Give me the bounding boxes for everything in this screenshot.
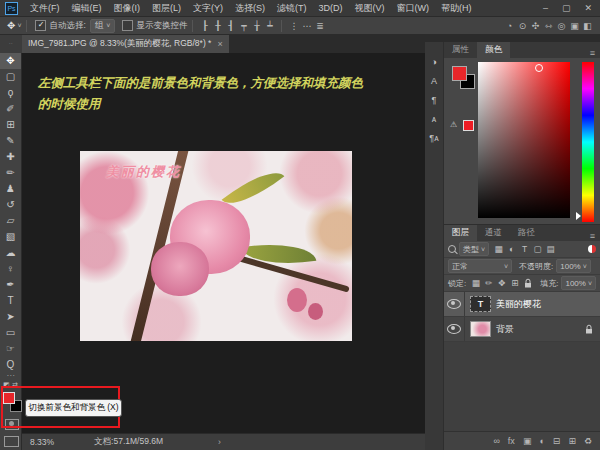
tab-color[interactable]: 颜色 bbox=[477, 42, 510, 58]
lock-all-icon[interactable] bbox=[524, 278, 532, 288]
link-layers-icon[interactable]: ∞ bbox=[493, 436, 499, 446]
distribute-evenly-icon[interactable]: ≣ bbox=[313, 21, 326, 31]
new-adjustment-layer-icon[interactable]: ◐ bbox=[539, 436, 544, 446]
blur-tool[interactable]: ☁ bbox=[0, 245, 21, 261]
paragraph-styles-panel-icon[interactable]: ¶ᴀ bbox=[425, 133, 443, 143]
menu-window[interactable]: 窗口(W) bbox=[391, 2, 436, 15]
auto-select-dropdown[interactable]: 组 ˅ bbox=[90, 19, 116, 33]
3d-orbit-icon[interactable]: ◔ bbox=[503, 21, 516, 31]
text-layer-thumbnail[interactable]: T bbox=[470, 296, 491, 312]
distribute-vertical-icon[interactable]: ⋮ bbox=[287, 21, 300, 31]
clone-stamp-tool[interactable]: ♟ bbox=[0, 181, 21, 197]
opacity-dropdown[interactable]: 100% ˅ bbox=[556, 259, 591, 273]
menu-help[interactable]: 帮助(H) bbox=[435, 2, 478, 15]
layer-row-text[interactable]: T 美丽的樱花 bbox=[444, 292, 600, 317]
align-vertical-centers-icon[interactable]: ╁ bbox=[250, 21, 263, 31]
panel-menu-icon[interactable]: ≡ bbox=[590, 48, 600, 58]
close-tab-icon[interactable]: × bbox=[217, 39, 222, 49]
lock-artboard-icon[interactable]: ⊞ bbox=[508, 278, 521, 288]
align-bottom-edges-icon[interactable]: ┷ bbox=[263, 21, 276, 31]
gamut-warning-icon[interactable]: ⚠ bbox=[450, 120, 457, 129]
minimize-button[interactable]: – bbox=[543, 3, 548, 13]
paragraph-panel-icon[interactable]: ¶ bbox=[425, 95, 443, 105]
delete-layer-icon[interactable]: ♻ bbox=[584, 436, 592, 446]
align-left-edges-icon[interactable]: ┠ bbox=[198, 21, 211, 31]
color-field[interactable] bbox=[478, 62, 570, 218]
pen-tool[interactable]: ✒ bbox=[0, 277, 21, 293]
status-arrow-icon[interactable]: › bbox=[218, 437, 221, 447]
close-button[interactable]: ✕ bbox=[584, 3, 592, 13]
image-layer-thumbnail[interactable] bbox=[470, 321, 491, 337]
3d-roll-icon[interactable]: ⊙ bbox=[516, 21, 529, 31]
tab-properties[interactable]: 属性 bbox=[444, 42, 477, 58]
adjustments-panel-icon[interactable]: ◑ bbox=[425, 57, 443, 67]
panel-menu-icon[interactable]: ≡ bbox=[590, 231, 600, 241]
align-right-edges-icon[interactable]: ┨ bbox=[224, 21, 237, 31]
menu-edit[interactable]: 编辑(E) bbox=[66, 2, 108, 15]
document-tab[interactable]: IMG_7981.JPG @ 8.33%(美丽的樱花, RGB/8*) * × bbox=[22, 35, 229, 53]
menu-select[interactable]: 选择(S) bbox=[229, 2, 271, 15]
align-horizontal-centers-icon[interactable]: ╂ bbox=[211, 21, 224, 31]
hand-tool[interactable]: ☞ bbox=[0, 341, 21, 357]
character-panel-icon[interactable]: A bbox=[425, 76, 443, 86]
show-transform-checkbox[interactable] bbox=[122, 20, 133, 31]
tab-layers[interactable]: 图层 bbox=[444, 225, 477, 241]
chevron-down-icon[interactable]: ˅ bbox=[17, 22, 21, 29]
workspace-icon[interactable]: ◧ bbox=[581, 21, 594, 31]
gradient-tool[interactable]: ▧ bbox=[0, 229, 21, 245]
pixel-layer-filter-icon[interactable]: ▦ bbox=[492, 244, 505, 254]
gamut-color-chip[interactable] bbox=[463, 120, 474, 131]
adjustment-layer-filter-icon[interactable]: ◐ bbox=[505, 244, 518, 254]
menu-type[interactable]: 文字(Y) bbox=[187, 2, 229, 15]
smart-object-filter-icon[interactable]: ▤ bbox=[544, 244, 557, 254]
menu-layer[interactable]: 图层(L) bbox=[146, 2, 187, 15]
dodge-tool[interactable]: ♀ bbox=[0, 261, 21, 277]
filter-toggle-icon[interactable] bbox=[588, 245, 596, 253]
rectangle-tool[interactable]: ▭ bbox=[0, 325, 21, 341]
lock-pixels-icon[interactable]: ✏ bbox=[482, 278, 495, 288]
shape-layer-filter-icon[interactable]: ▢ bbox=[531, 244, 544, 254]
new-group-icon[interactable]: ⊟ bbox=[553, 436, 561, 446]
zoom-options-icon[interactable]: ◎ bbox=[555, 21, 568, 31]
menu-filter[interactable]: 滤镜(T) bbox=[271, 2, 313, 15]
layer-effects-icon[interactable]: fx bbox=[508, 436, 515, 446]
visibility-cell[interactable] bbox=[444, 317, 465, 341]
tab-paths[interactable]: 路径 bbox=[510, 225, 543, 241]
align-top-edges-icon[interactable]: ┯ bbox=[237, 21, 250, 31]
history-brush-tool[interactable]: ↺ bbox=[0, 197, 21, 213]
new-layer-icon[interactable]: ⊞ bbox=[568, 436, 576, 446]
hue-slider[interactable] bbox=[582, 62, 594, 222]
screen-layout-icon[interactable]: ▣ bbox=[568, 21, 581, 31]
menu-image[interactable]: 图像(I) bbox=[108, 2, 147, 15]
eraser-tool[interactable]: ▱ bbox=[0, 213, 21, 229]
foreground-color-swatch[interactable] bbox=[452, 66, 467, 81]
fill-dropdown[interactable]: 100% ˅ bbox=[561, 276, 596, 290]
zoom-level[interactable]: 8.33% bbox=[30, 437, 54, 447]
auto-select-checkbox[interactable]: ✓ bbox=[35, 20, 46, 31]
eyedropper-tool[interactable]: ✎ bbox=[0, 133, 21, 149]
3d-slide-icon[interactable]: ⇿ bbox=[542, 21, 555, 31]
crop-tool[interactable]: ⊞ bbox=[0, 117, 21, 133]
lasso-tool[interactable]: ϙ bbox=[0, 85, 21, 101]
lock-transparency-icon[interactable]: ▦ bbox=[469, 278, 482, 288]
screen-mode-icon[interactable] bbox=[4, 436, 19, 447]
canvas-area[interactable]: 左侧工具栏下面的是前景色和背景色，方便选择和填充颜色 的时候使用 美丽的樱花 bbox=[22, 53, 425, 433]
3d-pan-icon[interactable]: ✣ bbox=[529, 21, 542, 31]
path-select-tool[interactable]: ➤ bbox=[0, 309, 21, 325]
visibility-cell[interactable] bbox=[444, 292, 465, 316]
menu-3d[interactable]: 3D(D) bbox=[313, 3, 349, 13]
maximize-button[interactable]: ▢ bbox=[562, 3, 571, 13]
menu-view[interactable]: 视图(V) bbox=[349, 2, 391, 15]
type-tool[interactable]: T bbox=[0, 293, 21, 309]
blend-mode-dropdown[interactable]: 正常 ˅ bbox=[448, 259, 512, 273]
distribute-horizontal-icon[interactable]: ⋯ bbox=[300, 21, 313, 31]
photo-cherry-blossom[interactable]: 美丽的樱花 bbox=[80, 151, 352, 341]
more-tools-icon[interactable]: ⋯ bbox=[0, 373, 21, 381]
type-layer-filter-icon[interactable]: T bbox=[518, 244, 531, 254]
lock-position-icon[interactable]: ✥ bbox=[495, 278, 508, 288]
layer-row-background[interactable]: 背景 bbox=[444, 317, 600, 342]
healing-brush-tool[interactable]: ✚ bbox=[0, 149, 21, 165]
move-tool[interactable]: ✥ bbox=[0, 53, 21, 69]
marquee-tool[interactable]: ▢ bbox=[0, 69, 21, 85]
tab-channels[interactable]: 通道 bbox=[477, 225, 510, 241]
